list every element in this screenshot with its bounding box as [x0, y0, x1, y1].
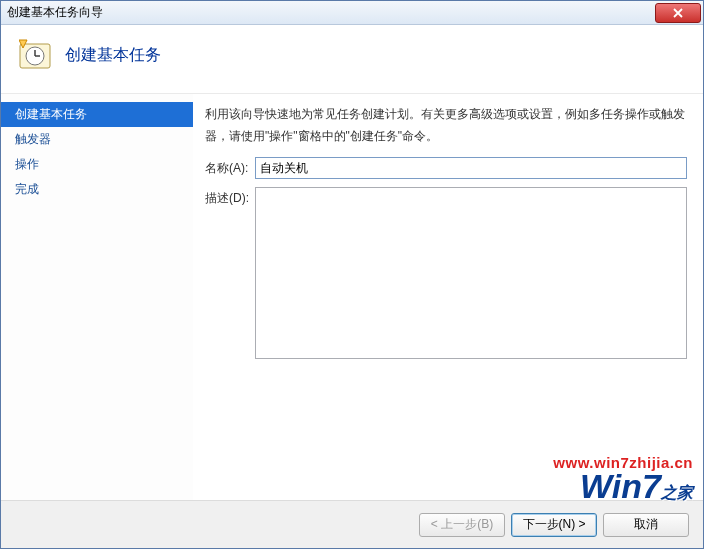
wizard-header: 创建基本任务	[1, 25, 703, 94]
next-button[interactable]: 下一步(N) >	[511, 513, 597, 537]
step-create-basic-task[interactable]: 创建基本任务	[1, 102, 193, 127]
step-label: 操作	[15, 157, 39, 171]
name-input[interactable]	[255, 157, 687, 179]
step-label: 创建基本任务	[15, 107, 87, 121]
step-action[interactable]: 操作	[1, 152, 193, 177]
description-label: 描述(D):	[205, 187, 255, 207]
task-scheduler-icon	[19, 39, 51, 71]
wizard-body: 创建基本任务 触发器 操作 完成 利用该向导快速地为常见任务创建计划。有关更多高…	[1, 94, 703, 500]
title-bar: 创建基本任务向导	[1, 1, 703, 25]
step-label: 完成	[15, 182, 39, 196]
wizard-heading: 创建基本任务	[65, 45, 161, 66]
step-finish[interactable]: 完成	[1, 177, 193, 202]
close-icon	[673, 8, 683, 18]
step-trigger[interactable]: 触发器	[1, 127, 193, 152]
description-textarea[interactable]	[255, 187, 687, 359]
wizard-footer: < 上一步(B) 下一步(N) > 取消	[1, 500, 703, 548]
back-button: < 上一步(B)	[419, 513, 505, 537]
step-label: 触发器	[15, 132, 51, 146]
wizard-window: 创建基本任务向导 创建基本任务 创建基本任务 触发器 操作 完成 利用该向导快速…	[0, 0, 704, 549]
window-title: 创建基本任务向导	[7, 4, 655, 21]
close-button[interactable]	[655, 3, 701, 23]
name-label: 名称(A):	[205, 157, 255, 177]
wizard-content: 利用该向导快速地为常见任务创建计划。有关更多高级选项或设置，例如多任务操作或触发…	[193, 94, 703, 500]
name-row: 名称(A):	[205, 157, 687, 179]
cancel-button[interactable]: 取消	[603, 513, 689, 537]
intro-text: 利用该向导快速地为常见任务创建计划。有关更多高级选项或设置，例如多任务操作或触发…	[205, 104, 687, 147]
description-row: 描述(D):	[205, 187, 687, 359]
wizard-sidebar: 创建基本任务 触发器 操作 完成	[1, 94, 193, 500]
